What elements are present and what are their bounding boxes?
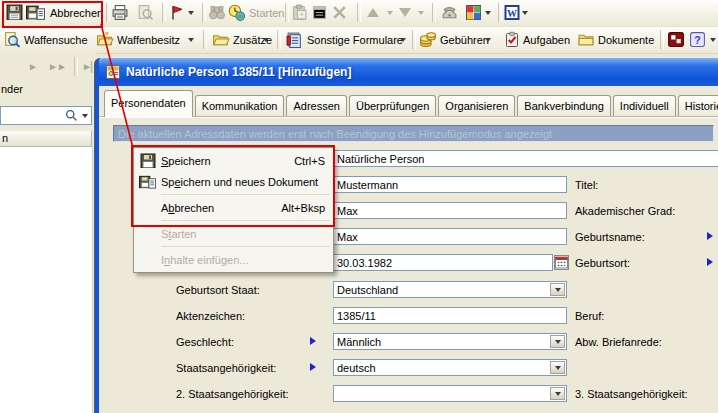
nav-gebuehren-button[interactable]: Gebühren (419, 29, 489, 50)
aktenzeichen-field[interactable]: 1385/11 (333, 307, 567, 324)
chevron-down-icon (263, 38, 269, 42)
form-row: Staatsangehörigkeit: deutsch (99, 359, 718, 377)
save-button[interactable] (6, 2, 23, 23)
toolbar-separator (357, 3, 361, 22)
combo-dropdown-button[interactable] (550, 283, 565, 296)
tab-bankverbindung[interactable]: Bankverbindung (517, 95, 611, 117)
next-record-button: ► (28, 56, 37, 77)
search-input[interactable] (0, 106, 92, 125)
tab-adressen[interactable]: Adressen (286, 95, 346, 117)
vorname-field[interactable]: Max (333, 202, 567, 219)
help-button[interactable]: ? (689, 29, 706, 50)
svg-text:?: ? (694, 34, 700, 46)
staatsangehoerigkeit-link-arrow-icon[interactable] (310, 363, 316, 371)
combo-dropdown-button[interactable] (550, 335, 565, 348)
nav-waffenbesitz-dropdown[interactable] (188, 29, 194, 50)
menu-item-speichern[interactable]: Speichern Ctrl+S (134, 150, 333, 171)
tab-historie[interactable]: Historie (678, 95, 718, 117)
menu-item-label: Abbrechen (161, 202, 214, 214)
nav-sonstige-formulare-dropdown[interactable] (400, 29, 406, 50)
module-button[interactable] (667, 29, 685, 50)
red-grid-icon (667, 31, 685, 48)
nav-waffensuche-button[interactable]: Waffensuche (3, 29, 88, 50)
save-and-new-button[interactable] (26, 2, 45, 23)
save-icon (134, 153, 161, 169)
start-button: Starten (249, 2, 284, 23)
print-button[interactable] (111, 2, 129, 23)
search-icon (65, 109, 78, 122)
search-options-dropdown-icon[interactable] (82, 114, 88, 118)
name-field[interactable]: Mustermann (333, 176, 567, 193)
geburtsort-staat-combo[interactable]: Deutschland (333, 281, 567, 298)
schedule-button[interactable] (227, 2, 246, 23)
toolbar-overflow-button[interactable] (710, 29, 716, 50)
nav-dokumente-button[interactable]: Dokumente (577, 29, 654, 50)
combo-dropdown-button[interactable] (550, 387, 565, 400)
nav-sonstige-formulare-button[interactable]: Sonstige Formulare (285, 29, 403, 50)
geschlecht-link-arrow-icon[interactable] (310, 337, 316, 345)
geburtsname-label: Geburtsname: (575, 231, 645, 243)
tab-kommunikation[interactable]: Kommunikation (195, 95, 285, 117)
zweite-staatsangehoerigkeit-combo[interactable] (333, 385, 567, 402)
form-row: Geburtsort Staat: Deutschland (99, 281, 718, 299)
geburtsort-link-arrow-icon[interactable] (707, 258, 713, 266)
window-layout-button[interactable] (465, 2, 482, 23)
record-navigator-panel: ► ►► ►▏ nder n (0, 53, 96, 413)
geburtsort-label: Geburtsort: (575, 257, 630, 269)
chevron-down-icon (188, 38, 194, 42)
list-column-header[interactable]: n (0, 131, 92, 147)
toolbar-separator (432, 3, 436, 22)
staatsangehoerigkeit-combo[interactable]: deutsch (333, 359, 567, 376)
dialog-titlebar[interactable]: Natürliche Person 1385/11 [Hinzufügen] (99, 58, 718, 86)
toolbar-separator (277, 30, 281, 49)
toolbar-separator (412, 30, 416, 49)
cancel-button-label: Abbrechen (50, 7, 103, 19)
folder-icon (577, 31, 595, 48)
dial-button[interactable] (440, 2, 459, 23)
rufname-field[interactable]: Max (333, 228, 567, 245)
nav-toolbar: Waffensuche Waffenbesitz Zusätze Sonstig… (0, 27, 718, 54)
word-export-button[interactable]: W (504, 2, 520, 23)
toolbar-separator (162, 3, 166, 22)
geburtsname-link-arrow-icon[interactable] (707, 232, 713, 240)
menu-item-speichern-und-neues-dokument[interactable]: Speichern und neues Dokument (134, 171, 333, 192)
cancel-button[interactable]: Abbrechen (50, 2, 103, 23)
tab-strip: Personendaten Kommunikation Adressen Übe… (104, 89, 718, 117)
chevron-down-icon (555, 366, 561, 370)
save-new-icon (134, 174, 161, 190)
properties-button (311, 2, 328, 23)
person-type-field[interactable]: Natürliche Person (333, 150, 718, 167)
nav-dokumente-label: Dokumente (598, 34, 654, 46)
coins-icon (419, 31, 437, 48)
word-export-dropdown[interactable] (522, 2, 528, 23)
tab-individuell[interactable]: Individuell (613, 95, 676, 117)
tab-ueberpruefungen[interactable]: Überprüfungen (349, 95, 436, 117)
play-icon: ► (28, 61, 37, 72)
geschlecht-combo[interactable]: Männlich (333, 333, 567, 350)
geburtsdatum-field[interactable]: 30.03.1982 (333, 254, 553, 271)
form-row: Geschlecht: Männlich Abw. Briefanrede: (99, 333, 718, 351)
menu-item-abbrechen[interactable]: Abbrechen Alt+Bksp (134, 197, 333, 218)
toolbar-separator (203, 30, 207, 49)
menu-item-inhalte-einfuegen: Inhalte einfügen... (134, 249, 333, 270)
tab-personendaten[interactable]: Personendaten (104, 90, 193, 117)
combo-dropdown-button[interactable] (550, 361, 565, 374)
nav-aufgaben-button[interactable]: Aufgaben (504, 29, 570, 50)
nav-aufgaben-label: Aufgaben (523, 34, 570, 46)
chevron-down-icon (485, 11, 491, 15)
panel-label: nder (1, 83, 23, 95)
clock-globe-icon (227, 4, 246, 21)
nav-waffenbesitz-button[interactable]: Waffenbesitz (95, 29, 180, 50)
start-button-label: Starten (249, 7, 284, 19)
calendar-picker-button[interactable] (554, 255, 569, 270)
task-clipboard-icon (504, 31, 520, 48)
flag-button[interactable] (169, 2, 185, 23)
flag-dropdown[interactable] (188, 2, 194, 23)
result-list[interactable] (0, 147, 93, 413)
nav-waffensuche-label: Waffensuche (24, 34, 88, 46)
tab-organisieren[interactable]: Organisieren (438, 95, 515, 117)
nav-zusaetze-dropdown[interactable] (263, 29, 269, 50)
window-layout-dropdown[interactable] (485, 2, 491, 23)
nav-gebuehren-dropdown[interactable] (485, 29, 491, 50)
fast-forward-icon: ►► (48, 61, 66, 72)
